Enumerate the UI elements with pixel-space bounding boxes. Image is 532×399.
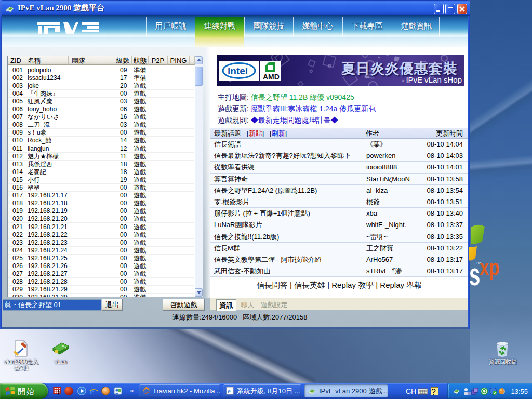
svg-text:AMD: AMD [263,73,280,81]
svg-text:s: s [469,256,480,291]
svg-text:xp: xp [480,255,500,280]
svg-text:intel: intel [228,65,248,76]
svg-text:e: e [90,387,94,395]
svg-text:e: e [228,387,231,395]
